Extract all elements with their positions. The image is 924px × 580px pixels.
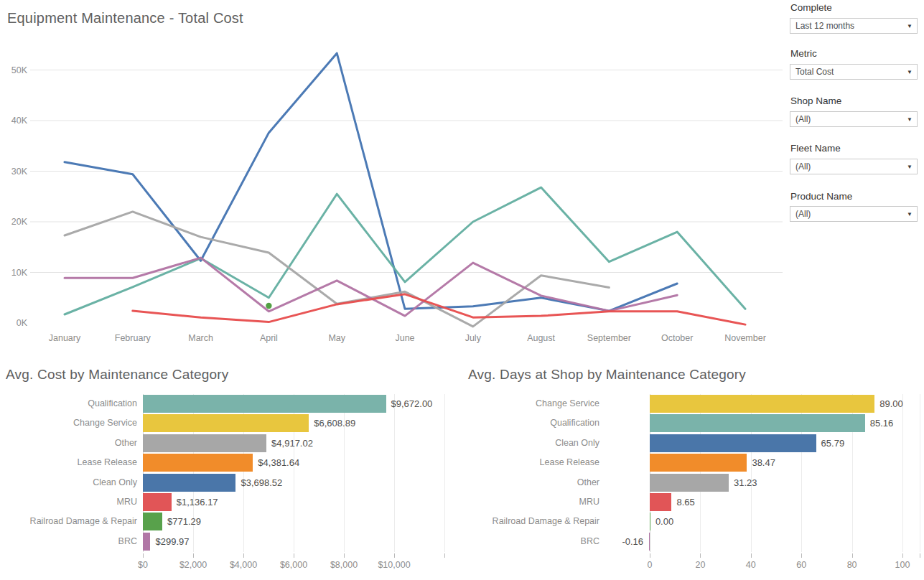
bar-clean-only[interactable]	[650, 434, 816, 452]
cost-chart-title: Avg. Cost by Maintenance Category	[6, 367, 228, 383]
series-other[interactable]	[65, 212, 609, 327]
bar-row-label-clean-only: Clean Only	[463, 438, 599, 449]
chevron-down-icon: ▼	[907, 65, 913, 80]
bar-row-label-mru: MRU	[463, 497, 599, 508]
filter-complete-value: Last 12 months	[795, 21, 854, 31]
bar-qualification[interactable]	[143, 395, 386, 413]
bar-value-label: -0.16	[596, 536, 643, 547]
x-axis-label: February	[115, 333, 151, 343]
x-axis-label: September	[587, 333, 631, 343]
x-axis-label: $8,000	[319, 560, 369, 570]
x-axis-label: March	[188, 333, 213, 343]
bar-railroad-damage-repair[interactable]	[650, 513, 650, 530]
axis-tick	[650, 553, 650, 558]
filter-label-fleet-name: Fleet Name	[790, 143, 841, 154]
dashboard: Equipment Maintenance - Total Cost 0K10K…	[0, 0, 924, 580]
axis-tick	[444, 553, 445, 558]
filter-complete-select[interactable]: Last 12 months▼	[790, 18, 918, 34]
x-axis-label: $4,000	[218, 560, 269, 570]
axis-tick	[394, 553, 395, 558]
x-axis-label: July	[465, 333, 482, 343]
bar-mru[interactable]	[650, 493, 671, 511]
axis-tick	[902, 553, 903, 558]
bar-row-label-lease-release: Lease Release	[463, 457, 599, 468]
axis-tick	[920, 553, 920, 558]
bar-brc[interactable]	[649, 533, 650, 551]
filter-label-metric: Metric	[790, 48, 817, 59]
axis-tick	[801, 553, 802, 558]
bar-row-label-mru: MRU	[0, 497, 137, 508]
chevron-down-icon: ▼	[907, 113, 913, 127]
filter-fleet-name-select[interactable]: (All)▼	[790, 159, 918, 174]
bar-qualification[interactable]	[650, 414, 865, 432]
x-axis-label: $2,000	[168, 560, 218, 570]
gridline	[444, 394, 445, 552]
y-axis-label: 0K	[17, 318, 28, 328]
bar-row-label-change-service: Change Service	[0, 418, 137, 429]
bar-value-label: $4,381.64	[258, 457, 299, 468]
bar-change-service[interactable]	[143, 414, 309, 432]
y-axis-label: 20K	[11, 217, 28, 227]
axis-tick	[294, 553, 294, 558]
bar-value-label: 38.47	[752, 457, 775, 468]
axis-tick	[143, 553, 144, 558]
filter-label-complete: Complete	[790, 2, 832, 13]
x-axis-label: October	[661, 333, 693, 343]
filter-metric-value: Total Cost	[795, 67, 834, 77]
x-axis-label: May	[328, 333, 345, 343]
bar-value-label: $4,917.02	[271, 438, 313, 449]
x-axis-label: August	[527, 333, 555, 343]
gridline	[902, 394, 903, 552]
bar-value-label: $9,672.00	[391, 398, 433, 409]
filter-shop-name-select[interactable]: (All)▼	[790, 111, 918, 127]
chevron-down-icon: ▼	[907, 207, 913, 222]
x-axis-label: 20	[675, 560, 725, 570]
y-axis-label: 40K	[11, 116, 28, 126]
x-axis-label: 80	[827, 560, 877, 570]
filter-label-product-name: Product Name	[790, 191, 852, 202]
bar-other[interactable]	[650, 474, 729, 492]
x-axis-label: April	[260, 333, 278, 343]
bar-value-label: 89.00	[879, 398, 903, 409]
point-railroad-damage-repair[interactable]	[266, 303, 271, 309]
bar-clean-only[interactable]	[143, 474, 235, 492]
bar-other[interactable]	[143, 434, 266, 452]
filter-fleet-name-value: (All)	[795, 162, 811, 172]
chevron-down-icon: ▼	[907, 19, 913, 34]
bar-mru[interactable]	[143, 493, 172, 511]
bar-row-label-qualification: Qualification	[0, 398, 137, 409]
gridline	[394, 394, 395, 552]
axis-tick	[344, 553, 345, 558]
filter-product-name-value: (All)	[795, 209, 811, 219]
bar-value-label: 85.16	[870, 418, 894, 429]
axis-tick	[852, 553, 853, 558]
bar-row-label-other: Other	[0, 438, 137, 449]
bar-lease-release[interactable]	[650, 454, 747, 472]
x-axis-label: $0	[118, 560, 168, 570]
bar-row-label-change-service: Change Service	[463, 398, 599, 409]
filter-metric-select[interactable]: Total Cost▼	[790, 64, 918, 80]
x-axis-label: June	[395, 333, 414, 343]
x-axis-label: 0	[625, 560, 675, 570]
bar-row-label-brc: BRC	[463, 536, 599, 547]
x-axis-label: 40	[726, 560, 776, 570]
bar-lease-release[interactable]	[143, 454, 253, 472]
axis-tick	[700, 553, 701, 558]
x-axis-label: November	[724, 333, 766, 343]
series-qualification[interactable]	[65, 187, 745, 314]
axis-tick	[751, 553, 752, 558]
bar-brc[interactable]	[143, 533, 150, 551]
bar-row-label-qualification: Qualification	[463, 418, 599, 429]
y-axis-label: 10K	[11, 268, 28, 278]
filter-product-name-select[interactable]: (All)▼	[790, 206, 918, 222]
x-axis-label: January	[49, 333, 81, 343]
chevron-down-icon: ▼	[907, 160, 913, 174]
bar-row-label-brc: BRC	[0, 536, 137, 547]
bar-change-service[interactable]	[650, 395, 874, 413]
x-axis-label: $10,000	[369, 560, 419, 570]
bar-railroad-damage-repair[interactable]	[143, 513, 162, 530]
bar-value-label: $6,608.89	[314, 418, 355, 429]
bar-value-label: $299.97	[155, 536, 189, 547]
bar-row-label-railroad-damage-repair: Railroad Damage & Repair	[463, 516, 599, 527]
bar-value-label: 0.00	[655, 516, 673, 527]
